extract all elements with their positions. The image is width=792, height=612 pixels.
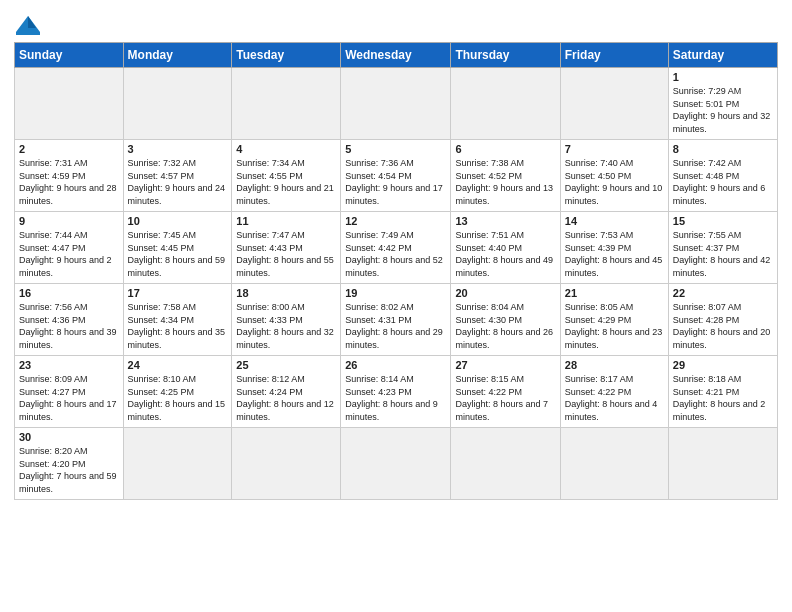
calendar-cell: 29Sunrise: 8:18 AM Sunset: 4:21 PM Dayli… — [668, 356, 777, 428]
day-number: 13 — [455, 215, 555, 227]
day-info: Sunrise: 7:58 AM Sunset: 4:34 PM Dayligh… — [128, 301, 228, 351]
day-number: 26 — [345, 359, 446, 371]
day-number: 1 — [673, 71, 773, 83]
calendar-cell: 15Sunrise: 7:55 AM Sunset: 4:37 PM Dayli… — [668, 212, 777, 284]
day-number: 17 — [128, 287, 228, 299]
calendar-cell: 4Sunrise: 7:34 AM Sunset: 4:55 PM Daylig… — [232, 140, 341, 212]
calendar-cell: 3Sunrise: 7:32 AM Sunset: 4:57 PM Daylig… — [123, 140, 232, 212]
calendar-cell: 6Sunrise: 7:38 AM Sunset: 4:52 PM Daylig… — [451, 140, 560, 212]
calendar-cell: 2Sunrise: 7:31 AM Sunset: 4:59 PM Daylig… — [15, 140, 124, 212]
calendar-cell: 24Sunrise: 8:10 AM Sunset: 4:25 PM Dayli… — [123, 356, 232, 428]
day-info: Sunrise: 7:32 AM Sunset: 4:57 PM Dayligh… — [128, 157, 228, 207]
day-number: 25 — [236, 359, 336, 371]
day-number: 10 — [128, 215, 228, 227]
calendar-cell — [560, 68, 668, 140]
calendar-cell — [232, 428, 341, 500]
calendar-cell: 21Sunrise: 8:05 AM Sunset: 4:29 PM Dayli… — [560, 284, 668, 356]
day-number: 27 — [455, 359, 555, 371]
day-number: 22 — [673, 287, 773, 299]
day-info: Sunrise: 7:56 AM Sunset: 4:36 PM Dayligh… — [19, 301, 119, 351]
logo — [14, 14, 46, 36]
day-number: 4 — [236, 143, 336, 155]
calendar-table: SundayMondayTuesdayWednesdayThursdayFrid… — [14, 42, 778, 500]
day-info: Sunrise: 7:36 AM Sunset: 4:54 PM Dayligh… — [345, 157, 446, 207]
day-info: Sunrise: 7:31 AM Sunset: 4:59 PM Dayligh… — [19, 157, 119, 207]
calendar-cell — [341, 428, 451, 500]
calendar-cell — [560, 428, 668, 500]
calendar-cell: 12Sunrise: 7:49 AM Sunset: 4:42 PM Dayli… — [341, 212, 451, 284]
day-info: Sunrise: 7:53 AM Sunset: 4:39 PM Dayligh… — [565, 229, 664, 279]
calendar-cell: 30Sunrise: 8:20 AM Sunset: 4:20 PM Dayli… — [15, 428, 124, 500]
calendar-cell: 22Sunrise: 8:07 AM Sunset: 4:28 PM Dayli… — [668, 284, 777, 356]
day-info: Sunrise: 7:44 AM Sunset: 4:47 PM Dayligh… — [19, 229, 119, 279]
weekday-header-friday: Friday — [560, 43, 668, 68]
day-number: 23 — [19, 359, 119, 371]
weekday-header-thursday: Thursday — [451, 43, 560, 68]
weekday-header-tuesday: Tuesday — [232, 43, 341, 68]
calendar-cell: 17Sunrise: 7:58 AM Sunset: 4:34 PM Dayli… — [123, 284, 232, 356]
calendar-cell: 11Sunrise: 7:47 AM Sunset: 4:43 PM Dayli… — [232, 212, 341, 284]
weekday-header-row: SundayMondayTuesdayWednesdayThursdayFrid… — [15, 43, 778, 68]
day-info: Sunrise: 8:20 AM Sunset: 4:20 PM Dayligh… — [19, 445, 119, 495]
day-number: 9 — [19, 215, 119, 227]
day-number: 28 — [565, 359, 664, 371]
calendar-cell — [451, 428, 560, 500]
week-row-3: 9Sunrise: 7:44 AM Sunset: 4:47 PM Daylig… — [15, 212, 778, 284]
calendar-cell — [123, 428, 232, 500]
calendar-cell: 9Sunrise: 7:44 AM Sunset: 4:47 PM Daylig… — [15, 212, 124, 284]
day-number: 11 — [236, 215, 336, 227]
calendar-cell — [341, 68, 451, 140]
weekday-header-sunday: Sunday — [15, 43, 124, 68]
day-info: Sunrise: 7:51 AM Sunset: 4:40 PM Dayligh… — [455, 229, 555, 279]
day-number: 18 — [236, 287, 336, 299]
calendar-cell: 14Sunrise: 7:53 AM Sunset: 4:39 PM Dayli… — [560, 212, 668, 284]
day-info: Sunrise: 8:02 AM Sunset: 4:31 PM Dayligh… — [345, 301, 446, 351]
svg-rect-2 — [16, 32, 40, 35]
day-info: Sunrise: 7:42 AM Sunset: 4:48 PM Dayligh… — [673, 157, 773, 207]
calendar-cell: 1Sunrise: 7:29 AM Sunset: 5:01 PM Daylig… — [668, 68, 777, 140]
calendar-cell: 19Sunrise: 8:02 AM Sunset: 4:31 PM Dayli… — [341, 284, 451, 356]
day-info: Sunrise: 8:17 AM Sunset: 4:22 PM Dayligh… — [565, 373, 664, 423]
calendar-cell: 13Sunrise: 7:51 AM Sunset: 4:40 PM Dayli… — [451, 212, 560, 284]
calendar-cell: 26Sunrise: 8:14 AM Sunset: 4:23 PM Dayli… — [341, 356, 451, 428]
weekday-header-saturday: Saturday — [668, 43, 777, 68]
calendar-cell: 20Sunrise: 8:04 AM Sunset: 4:30 PM Dayli… — [451, 284, 560, 356]
day-number: 12 — [345, 215, 446, 227]
day-number: 15 — [673, 215, 773, 227]
calendar-cell: 27Sunrise: 8:15 AM Sunset: 4:22 PM Dayli… — [451, 356, 560, 428]
day-info: Sunrise: 8:18 AM Sunset: 4:21 PM Dayligh… — [673, 373, 773, 423]
week-row-2: 2Sunrise: 7:31 AM Sunset: 4:59 PM Daylig… — [15, 140, 778, 212]
week-row-4: 16Sunrise: 7:56 AM Sunset: 4:36 PM Dayli… — [15, 284, 778, 356]
weekday-header-monday: Monday — [123, 43, 232, 68]
calendar-cell: 16Sunrise: 7:56 AM Sunset: 4:36 PM Dayli… — [15, 284, 124, 356]
calendar-cell: 8Sunrise: 7:42 AM Sunset: 4:48 PM Daylig… — [668, 140, 777, 212]
day-info: Sunrise: 8:00 AM Sunset: 4:33 PM Dayligh… — [236, 301, 336, 351]
calendar-cell: 10Sunrise: 7:45 AM Sunset: 4:45 PM Dayli… — [123, 212, 232, 284]
day-number: 7 — [565, 143, 664, 155]
day-info: Sunrise: 8:10 AM Sunset: 4:25 PM Dayligh… — [128, 373, 228, 423]
week-row-6: 30Sunrise: 8:20 AM Sunset: 4:20 PM Dayli… — [15, 428, 778, 500]
day-info: Sunrise: 7:40 AM Sunset: 4:50 PM Dayligh… — [565, 157, 664, 207]
page-header — [14, 10, 778, 36]
calendar-cell — [123, 68, 232, 140]
day-number: 2 — [19, 143, 119, 155]
day-info: Sunrise: 7:29 AM Sunset: 5:01 PM Dayligh… — [673, 85, 773, 135]
day-number: 16 — [19, 287, 119, 299]
calendar-cell — [15, 68, 124, 140]
day-info: Sunrise: 8:12 AM Sunset: 4:24 PM Dayligh… — [236, 373, 336, 423]
week-row-1: 1Sunrise: 7:29 AM Sunset: 5:01 PM Daylig… — [15, 68, 778, 140]
day-info: Sunrise: 7:34 AM Sunset: 4:55 PM Dayligh… — [236, 157, 336, 207]
day-info: Sunrise: 8:07 AM Sunset: 4:28 PM Dayligh… — [673, 301, 773, 351]
day-number: 8 — [673, 143, 773, 155]
day-info: Sunrise: 8:14 AM Sunset: 4:23 PM Dayligh… — [345, 373, 446, 423]
day-number: 21 — [565, 287, 664, 299]
day-number: 5 — [345, 143, 446, 155]
calendar-cell: 5Sunrise: 7:36 AM Sunset: 4:54 PM Daylig… — [341, 140, 451, 212]
day-info: Sunrise: 7:47 AM Sunset: 4:43 PM Dayligh… — [236, 229, 336, 279]
calendar-cell: 28Sunrise: 8:17 AM Sunset: 4:22 PM Dayli… — [560, 356, 668, 428]
day-info: Sunrise: 8:04 AM Sunset: 4:30 PM Dayligh… — [455, 301, 555, 351]
day-number: 20 — [455, 287, 555, 299]
calendar-cell: 18Sunrise: 8:00 AM Sunset: 4:33 PM Dayli… — [232, 284, 341, 356]
calendar-cell: 7Sunrise: 7:40 AM Sunset: 4:50 PM Daylig… — [560, 140, 668, 212]
logo-icon — [14, 14, 42, 36]
